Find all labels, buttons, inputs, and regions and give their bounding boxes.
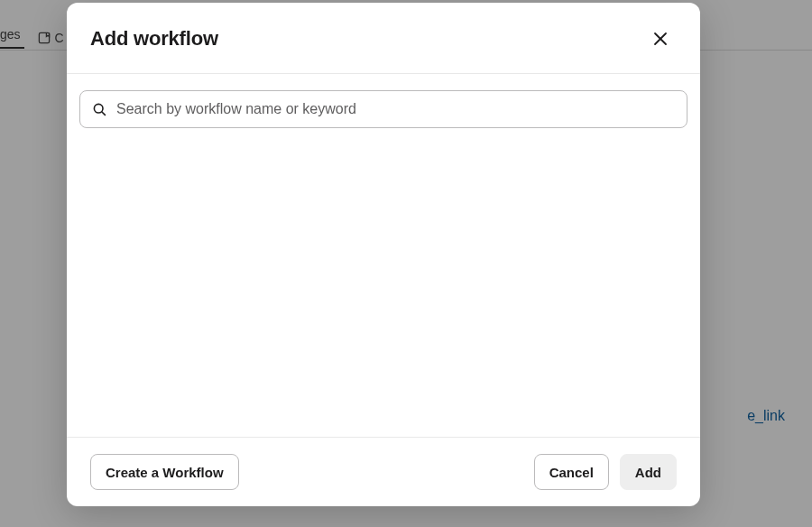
add-workflow-modal: Add workflow Create a Workflow Cancel Ad… xyxy=(67,3,700,506)
create-workflow-button[interactable]: Create a Workflow xyxy=(90,454,239,490)
modal-footer: Create a Workflow Cancel Add xyxy=(67,437,700,506)
close-icon xyxy=(651,30,669,48)
add-button[interactable]: Add xyxy=(620,454,677,490)
modal-header: Add workflow xyxy=(67,3,700,74)
cancel-button[interactable]: Cancel xyxy=(534,454,609,490)
modal-body xyxy=(67,74,700,437)
search-wrapper xyxy=(79,90,687,128)
footer-right-group: Cancel Add xyxy=(534,454,677,490)
search-input[interactable] xyxy=(79,90,687,128)
close-button[interactable] xyxy=(644,23,677,55)
modal-title: Add workflow xyxy=(90,27,218,51)
